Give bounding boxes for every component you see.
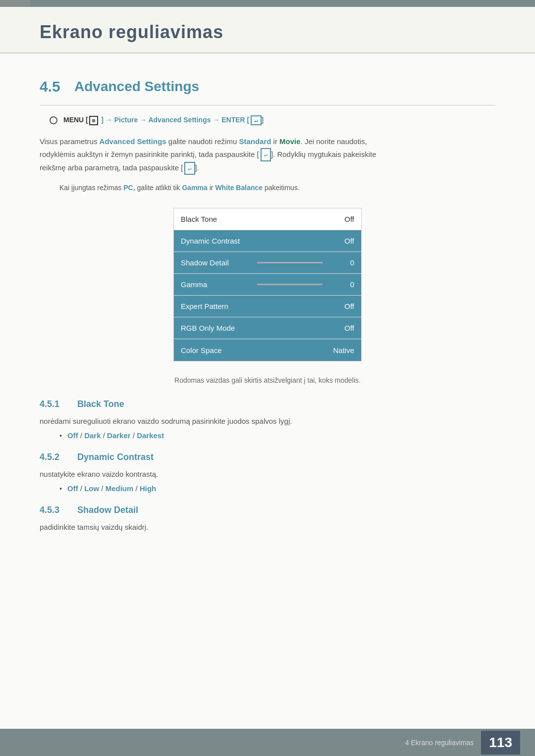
menu-table-container: Black Tone Off Dynamic Contrast Off Shad… <box>40 208 495 361</box>
menu-row-shadow-detail[interactable]: Shadow Detail 0 <box>174 252 361 274</box>
opt-off-dc: Off <box>67 484 78 493</box>
page-container: Ekrano reguliavimas 4.5 Advanced Setting… <box>0 0 535 756</box>
desc-movie: Movie <box>279 137 301 146</box>
page-title: Ekrano reguliavimas <box>40 22 495 43</box>
subsection-desc-black-tone: norėdami sureguliuoti ekrano vaizdo sodr… <box>40 415 495 427</box>
menu-label-color-space: Color Space <box>174 342 326 358</box>
footer-label: 4 Ekrano reguliavimas <box>405 739 474 747</box>
menu-value-rgb-only-mode: Off <box>326 320 361 336</box>
slash-2: / <box>101 431 107 440</box>
menu-label-black-tone: Black Tone <box>174 211 326 227</box>
list-item-black-tone-options: Off / Dark / Darker / Darkest <box>59 431 495 440</box>
menu-table: Black Tone Off Dynamic Contrast Off Shad… <box>173 208 362 361</box>
desc-enter-icon-1: ↵ <box>261 148 271 161</box>
menu-value-expert-pattern: Off <box>326 298 361 314</box>
subsection-heading-black-tone: 4.5.1 Black Tone <box>40 399 495 409</box>
subsection-desc-dynamic-contrast: nustatykite ekrano vaizdo kontrastą. <box>40 468 495 480</box>
note-text: Kai įjungtas režimas PC, galite atlikti … <box>59 182 495 193</box>
slash-dc-3: / <box>133 484 140 493</box>
subsection-number-453: 4.5.3 <box>40 505 69 515</box>
nav-end: ] <box>262 116 264 124</box>
menu-value-dynamic-contrast: Off <box>326 233 361 249</box>
menu-row-gamma[interactable]: Gamma 0 <box>174 274 361 296</box>
desc-enter-icon-2: ↵ <box>184 162 195 175</box>
opt-darker: Darker <box>107 431 131 440</box>
nav-menu-icon: m <box>89 116 99 125</box>
note-gamma: Gamma <box>182 184 207 192</box>
footer-bar: 4 Ekrano reguliavimas 113 <box>0 729 535 756</box>
menu-value-black-tone: Off <box>326 211 361 227</box>
shadow-detail-slider <box>257 262 322 263</box>
menu-label-dynamic-contrast: Dynamic Contrast <box>174 233 326 249</box>
nav-arrow1: ] → Picture → Advanced Settings → ENTER … <box>99 116 249 124</box>
menu-value-shadow-detail: 0 <box>326 254 361 271</box>
slash-3: / <box>131 431 137 440</box>
subsection-heading-shadow-detail: 4.5.3 Shadow Detail <box>40 505 495 515</box>
menu-label-gamma: Gamma <box>174 276 253 293</box>
subsection-heading-dynamic-contrast: 4.5.2 Dynamic Contrast <box>40 452 495 462</box>
section-divider <box>40 105 495 105</box>
subsection-number-451: 4.5.1 <box>40 399 69 409</box>
top-bar <box>0 0 535 7</box>
subsection-dynamic-contrast: 4.5.2 Dynamic Contrast nustatykite ekran… <box>40 452 495 493</box>
nav-enter-icon: ↵ <box>251 115 261 125</box>
footnote: Rodomas vaizdas gali skirtis atsižvelgia… <box>40 376 495 384</box>
note-pc: PC <box>123 184 133 192</box>
opt-darkest: Darkest <box>137 431 164 440</box>
bullet-list-black-tone: Off / Dark / Darker / Darkest <box>59 431 495 440</box>
nav-path: MENU [m ] → Picture → Advanced Settings … <box>50 115 495 125</box>
desc-standard: Standard <box>239 137 271 146</box>
desc-advanced-settings: Advanced Settings <box>100 137 166 146</box>
description-paragraph: Visus parametrus Advanced Settings galit… <box>40 135 495 175</box>
nav-menu-label: MENU [ <box>63 116 88 124</box>
menu-row-rgb-only-mode[interactable]: RGB Only Mode Off <box>174 317 361 339</box>
opt-off-bt: Off <box>67 431 78 440</box>
menu-row-color-space[interactable]: Color Space Native <box>174 339 361 361</box>
opt-low: Low <box>84 484 99 493</box>
bullet-list-dynamic-contrast: Off / Low / Medium / High <box>59 484 495 493</box>
subsection-title-black-tone: Black Tone <box>77 399 124 409</box>
menu-value-color-space: Native <box>326 342 361 358</box>
footer-page-number: 113 <box>481 731 520 755</box>
gamma-slider <box>257 284 322 285</box>
subsection-black-tone: 4.5.1 Black Tone norėdami sureguliuoti e… <box>40 399 495 440</box>
menu-value-gamma: 0 <box>326 276 361 293</box>
menu-label-shadow-detail: Shadow Detail <box>174 254 253 271</box>
menu-label-rgb-only-mode: RGB Only Mode <box>174 320 326 336</box>
menu-row-black-tone[interactable]: Black Tone Off <box>174 208 361 230</box>
menu-row-expert-pattern[interactable]: Expert Pattern Off <box>174 296 361 317</box>
opt-high: High <box>140 484 156 493</box>
list-item-dynamic-contrast-options: Off / Low / Medium / High <box>59 484 495 493</box>
main-content: 4.5 Advanced Settings MENU [m ] → Pictur… <box>0 53 535 747</box>
slash-dc-1: / <box>78 484 85 493</box>
subsection-number-452: 4.5.2 <box>40 452 69 462</box>
slash-1: / <box>78 431 85 440</box>
opt-dark: Dark <box>84 431 101 440</box>
menu-row-dynamic-contrast[interactable]: Dynamic Contrast Off <box>174 230 361 252</box>
subsection-title-dynamic-contrast: Dynamic Contrast <box>77 452 154 462</box>
section-number: 4.5 <box>40 78 64 95</box>
subsection-shadow-detail: 4.5.3 Shadow Detail padidinkite tamsių v… <box>40 505 495 533</box>
note-white-balance: White Balance <box>215 184 263 192</box>
nav-path-text: MENU [m ] → Picture → Advanced Settings … <box>63 115 264 125</box>
section-title: Advanced Settings <box>74 79 199 95</box>
section-heading: 4.5 Advanced Settings <box>40 78 495 95</box>
slash-dc-2: / <box>99 484 106 493</box>
nav-circle-icon <box>50 116 57 124</box>
opt-medium: Medium <box>106 484 134 493</box>
subsection-desc-shadow-detail: padidinkite tamsių vaizdų skaidrį. <box>40 521 495 533</box>
subsection-title-shadow-detail: Shadow Detail <box>77 505 138 515</box>
menu-label-expert-pattern: Expert Pattern <box>174 298 326 314</box>
page-title-area: Ekrano reguliavimas <box>0 7 535 53</box>
